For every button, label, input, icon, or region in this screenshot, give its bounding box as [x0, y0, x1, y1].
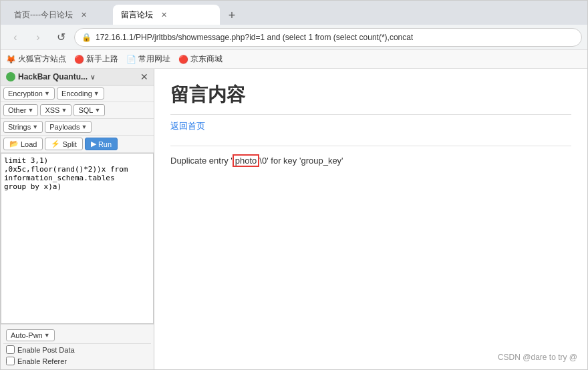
autopwn-row: Auto-Pwn ▼	[3, 327, 151, 344]
load-button[interactable]: 📂 Load	[3, 138, 43, 150]
nav-bar: ‹ › ↺ 🔒 172.16.1.1/PHP/jrltbbs/showmessa…	[1, 25, 587, 50]
message-before: Duplicate entry '	[170, 156, 233, 166]
xss-dropdown[interactable]: XSS ▼	[40, 104, 71, 116]
autopwn-dropdown[interactable]: Auto-Pwn ▼	[6, 329, 55, 341]
hackbar-controls: ✕	[140, 71, 148, 82]
bookmark-label-newbie: 新手上路	[86, 53, 118, 65]
strings-arrow: ▼	[32, 124, 38, 130]
enable-referer-checkbox[interactable]	[6, 357, 15, 365]
autopwn-section: Auto-Pwn ▼ Enable Post Data Enable Refer…	[1, 324, 154, 369]
main-area: HackBar Quantu... ∨ ✕ Encryption ▼ Encod…	[1, 69, 587, 369]
back-button[interactable]: ‹	[6, 28, 25, 47]
address-bar[interactable]: 🔒 172.16.1.1/PHP/jrltbbs/showmessage.php…	[74, 28, 582, 47]
message-after: \0' for key 'group_key'	[259, 156, 343, 166]
bookmark-label-firefox: 火狐官方站点	[18, 53, 66, 65]
strings-label: Strings	[8, 123, 31, 131]
address-text: 172.16.1.1/PHP/jrltbbs/showmessage.php?i…	[96, 33, 413, 42]
tab-2-close[interactable]: ✕	[158, 9, 170, 21]
sql-dropdown[interactable]: SQL ▼	[74, 104, 105, 116]
page-divider	[170, 114, 571, 115]
autopwn-label: Auto-Pwn	[11, 331, 43, 339]
encoding-arrow: ▼	[94, 90, 100, 97]
bookmark-label-common: 常用网址	[138, 53, 170, 65]
hackbar-header: HackBar Quantu... ∨ ✕	[1, 69, 154, 85]
split-button[interactable]: ⚡ Split	[45, 138, 82, 150]
other-label: Other	[8, 106, 27, 114]
hackbar-textarea-wrap: limit 3,1) ,0x5c,floor(rand()*2))x from …	[1, 153, 154, 324]
toolbar-row-1: Encryption ▼ Encoding ▼	[1, 85, 154, 102]
bookmark-jd[interactable]: 🔴 京东商城	[178, 53, 223, 65]
tab-2[interactable]: 留言论坛 ✕	[113, 5, 220, 25]
action-buttons-row: 📂 Load ⚡ Split ▶ Run	[1, 136, 154, 153]
load-label: Load	[21, 140, 37, 148]
refresh-icon: ↺	[57, 31, 65, 43]
enable-referer-label: Enable Referer	[17, 357, 67, 365]
tab-1[interactable]: 首页----今日论坛 ✕	[6, 5, 113, 25]
toolbar-row-3: Strings ▼ Payloads ▼	[1, 119, 154, 136]
run-icon: ▶	[91, 140, 96, 148]
page-content: 留言内容 返回首页 Duplicate entry 'photo\0' for …	[154, 69, 587, 369]
tab-1-title: 首页----今日论坛	[14, 9, 73, 21]
browser-window: 首页----今日论坛 ✕ 留言论坛 ✕ + ‹ › ↺ 🔒 172.16.1.1…	[0, 0, 588, 370]
payloads-arrow: ▼	[81, 124, 87, 130]
tab-bar: 首页----今日论坛 ✕ 留言论坛 ✕ +	[1, 1, 587, 25]
bookmark-common[interactable]: 📄 常用网址	[126, 53, 170, 65]
hackbar-close-button[interactable]: ✕	[140, 71, 148, 82]
other-dropdown[interactable]: Other ▼	[3, 104, 38, 116]
message-highlight: photo	[233, 154, 260, 167]
xss-label: XSS	[45, 106, 59, 114]
bookmark-icon-common: 📄	[126, 55, 136, 64]
encoding-label: Encoding	[61, 89, 92, 98]
refresh-button[interactable]: ↺	[51, 28, 70, 47]
bookmark-firefox[interactable]: 🦊 火狐官方站点	[6, 53, 66, 65]
enable-post-label: Enable Post Data	[17, 346, 75, 354]
other-arrow: ▼	[28, 107, 34, 114]
split-label: Split	[62, 140, 76, 148]
bookmark-label-jd: 京东商城	[190, 53, 223, 65]
bookmark-icon-firefox: 🦊	[6, 55, 16, 64]
hackbar-chevron-icon[interactable]: ∨	[90, 73, 95, 81]
watermark: CSDN @dare to try @	[498, 353, 577, 362]
enable-post-row: Enable Post Data	[3, 344, 151, 355]
tab-2-title: 留言论坛	[121, 9, 153, 21]
hackbar-title: HackBar Quantu... ∨	[6, 72, 95, 81]
tab-1-close[interactable]: ✕	[78, 9, 90, 21]
enable-post-checkbox[interactable]	[6, 345, 15, 354]
hackbar-panel: HackBar Quantu... ∨ ✕ Encryption ▼ Encod…	[1, 69, 154, 369]
forward-button[interactable]: ›	[29, 28, 47, 47]
bookmarks-bar: 🦊 火狐官方站点 🔴 新手上路 📄 常用网址 🔴 京东商城	[1, 50, 587, 69]
load-icon: 📂	[9, 140, 19, 148]
encoding-dropdown[interactable]: Encoding ▼	[57, 87, 104, 100]
add-tab-button[interactable]: +	[223, 6, 241, 25]
hackbar-textarea[interactable]: limit 3,1) ,0x5c,floor(rand()*2))x from …	[1, 153, 154, 324]
back-icon: ‹	[13, 31, 17, 43]
strings-dropdown[interactable]: Strings ▼	[3, 121, 43, 133]
xss-arrow: ▼	[61, 107, 67, 114]
run-label: Run	[98, 140, 112, 148]
enable-referer-row: Enable Referer	[3, 355, 151, 367]
payloads-dropdown[interactable]: Payloads ▼	[45, 121, 92, 133]
autopwn-arrow: ▼	[44, 332, 50, 339]
page-message: Duplicate entry 'photo\0' for key 'group…	[170, 154, 571, 167]
security-icon: 🔒	[82, 33, 92, 42]
content-divider	[170, 146, 571, 146]
run-button[interactable]: ▶ Run	[85, 138, 118, 150]
bookmark-newbie[interactable]: 🔴 新手上路	[74, 53, 118, 65]
split-icon: ⚡	[51, 140, 60, 148]
encryption-label: Encryption	[8, 89, 43, 98]
sql-arrow: ▼	[94, 107, 100, 114]
forward-icon: ›	[36, 31, 39, 43]
hackbar-title-text: HackBar Quantu...	[18, 72, 88, 81]
page-title: 留言内容	[170, 82, 571, 108]
back-link[interactable]: 返回首页	[170, 120, 205, 132]
toolbar-row-2: Other ▼ XSS ▼ SQL ▼	[1, 102, 154, 119]
encryption-dropdown[interactable]: Encryption ▼	[3, 87, 55, 100]
payloads-label: Payloads	[49, 123, 80, 131]
sql-label: SQL	[78, 106, 93, 114]
bookmark-icon-jd: 🔴	[178, 55, 188, 64]
hackbar-status-dot	[6, 72, 15, 81]
encryption-arrow: ▼	[44, 90, 50, 97]
bookmark-icon-newbie: 🔴	[74, 55, 84, 64]
